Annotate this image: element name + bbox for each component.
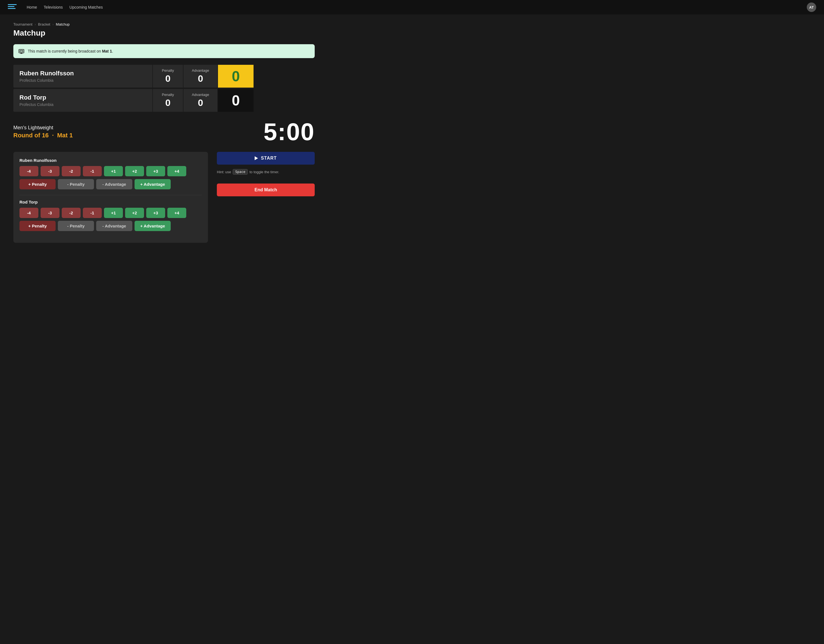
player1-penalty-cell: Penalty 0 [152,65,183,88]
match-meta-row: Men's Lightweight Round of 16 · Mat 1 5:… [13,120,315,144]
player2-penalty-value: 0 [165,97,171,108]
breadcrumb: Tournament › Bracket › Matchup [13,22,315,26]
p2-minus4-btn[interactable]: -4 [20,208,38,218]
p2-plus1-btn[interactable]: +1 [104,208,123,218]
match-meta: Men's Lightweight Round of 16 · Mat 1 [13,125,73,139]
breadcrumb-bracket[interactable]: Bracket [38,22,50,26]
broadcast-text: This match is currently being broadcast … [28,49,113,54]
player2-penalty-cell: Penalty 0 [152,89,183,112]
p1-remove-penalty-btn[interactable]: - Penalty [58,179,94,189]
p1-plus2-btn[interactable]: +2 [125,166,144,176]
p2-add-advantage-btn[interactable]: + Advantage [135,221,171,231]
p2-plus4-btn[interactable]: +4 [168,208,186,218]
player1-advantage-value: 0 [198,73,203,84]
match-timer: 5:00 [264,120,315,144]
score-row-player2: Rod Torp Profectus Columbia Penalty 0 Ad… [13,89,315,112]
player2-point-buttons: -4 -3 -2 -1 +1 +2 +3 +4 [20,208,202,218]
p1-add-advantage-btn[interactable]: + Advantage [135,179,171,189]
tv-icon [18,48,25,54]
p1-add-penalty-btn[interactable]: + Penalty [20,179,55,189]
player2-team: Profectus Columbia [20,102,146,107]
player2-info: Rod Torp Profectus Columbia [13,89,152,112]
p2-add-penalty-btn[interactable]: + Penalty [20,221,55,231]
hint-key: Space [233,169,248,175]
breadcrumb-current: Matchup [56,22,70,26]
nav-home[interactable]: Home [27,5,37,9]
nav-upcoming-matches[interactable]: Upcoming Matches [69,5,103,9]
player1-score-cells: Penalty 0 Advantage 0 0 [152,65,254,88]
scoring-player2-label: Rod Torp [20,200,202,204]
player1-main-score: 0 [217,65,254,88]
p1-remove-advantage-btn[interactable]: - Advantage [96,179,132,189]
p2-plus2-btn[interactable]: +2 [125,208,144,218]
p2-plus3-btn[interactable]: +3 [146,208,165,218]
p1-plus4-btn[interactable]: +4 [168,166,186,176]
player2-advantage-value: 0 [198,97,203,108]
player2-advantage-cell: Advantage 0 [183,89,217,112]
nav-televisions[interactable]: Televisions [44,5,63,9]
score-row-player1: Ruben Runolfsson Profectus Columbia Pena… [13,65,315,88]
breadcrumb-tournament[interactable]: Tournament [13,22,32,26]
match-round: Round of 16 · Mat 1 [13,132,73,139]
player1-name: Ruben Runolfsson [20,70,146,77]
breadcrumb-sep-2: › [52,23,54,26]
start-button[interactable]: START [217,152,315,164]
hint-text: Hint: use Space to toggle the timer. [217,169,315,175]
match-category: Men's Lightweight [13,125,73,131]
p2-minus1-btn[interactable]: -1 [83,208,102,218]
start-label: START [261,156,277,161]
play-icon [255,156,258,160]
nav-logo [8,4,17,10]
breadcrumb-sep-1: › [35,23,36,26]
p1-plus3-btn[interactable]: +3 [146,166,165,176]
right-panel: START Hint: use Space to toggle the time… [217,152,315,196]
p2-remove-penalty-btn[interactable]: - Penalty [58,221,94,231]
player2-score-cells: Penalty 0 Advantage 0 0 [152,89,254,112]
scoring-panel: Ruben Runolfsson -4 -3 -2 -1 +1 +2 +3 +4… [13,152,208,243]
p2-minus2-btn[interactable]: -2 [62,208,81,218]
navbar: Home Televisions Upcoming Matches AT [0,0,824,14]
nav-links: Home Televisions Upcoming Matches [27,5,799,9]
p1-minus2-btn[interactable]: -2 [62,166,81,176]
player1-advantage-cell: Advantage 0 [183,65,217,88]
nav-avatar[interactable]: AT [807,3,816,12]
p1-minus4-btn[interactable]: -4 [20,166,38,176]
player1-point-buttons: -4 -3 -2 -1 +1 +2 +3 +4 [20,166,202,176]
player1-action-buttons: + Penalty - Penalty - Advantage + Advant… [20,179,202,189]
player2-action-buttons: + Penalty - Penalty - Advantage + Advant… [20,221,202,231]
p2-remove-advantage-btn[interactable]: - Advantage [96,221,132,231]
player1-info: Ruben Runolfsson Profectus Columbia [13,65,152,88]
player2-name: Rod Torp [20,94,146,101]
p1-minus3-btn[interactable]: -3 [41,166,60,176]
player1-penalty-value: 0 [165,73,171,84]
p1-minus1-btn[interactable]: -1 [83,166,102,176]
page-title: Matchup [13,29,315,38]
svg-rect-1 [20,50,23,52]
end-match-button[interactable]: End Match [217,183,315,196]
player1-team: Profectus Columbia [20,78,146,83]
scoring-player1-label: Ruben Runolfsson [20,158,202,163]
p1-plus1-btn[interactable]: +1 [104,166,123,176]
scoreboard: Ruben Runolfsson Profectus Columbia Pena… [13,65,315,112]
p2-minus3-btn[interactable]: -3 [41,208,60,218]
broadcast-banner: This match is currently being broadcast … [13,44,315,58]
controls-row: Ruben Runolfsson -4 -3 -2 -1 +1 +2 +3 +4… [13,152,315,243]
player2-main-score: 0 [217,89,254,112]
